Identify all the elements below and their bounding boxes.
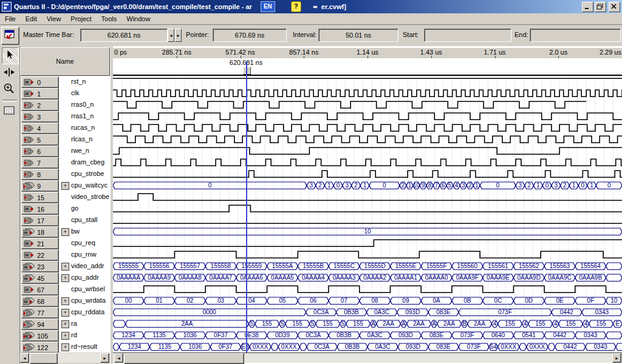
- signal-row[interactable]: 45+cpu_addr: [20, 272, 110, 283]
- signal-row[interactable]: 2rras0_n: [20, 99, 110, 110]
- signal-index-badge[interactable]: 1: [21, 88, 59, 99]
- signal-index-badge[interactable]: 68: [21, 295, 59, 307]
- signal-row[interactable]: 9+cpu_waitcyc: [20, 180, 110, 191]
- menu-tools[interactable]: Tools: [97, 14, 122, 24]
- minimize-button[interactable]: [582, 2, 593, 12]
- restore-button[interactable]: [595, 2, 606, 12]
- signal-row[interactable]: 22cpu_rnw: [20, 249, 110, 260]
- signal-index-badge[interactable]: 3: [21, 111, 59, 123]
- master-time-spin-right-icon[interactable]: ▸: [175, 29, 182, 42]
- signal-index-badge[interactable]: 21: [21, 238, 59, 249]
- ruler-label: 2.29 us: [600, 49, 621, 56]
- signal-row[interactable]: 0rst_n: [20, 76, 110, 87]
- signal-row[interactable]: 122+rd~result: [20, 341, 110, 352]
- menu-edit[interactable]: Edit: [21, 14, 42, 24]
- signal-row[interactable]: 3rras1_n: [20, 110, 110, 122]
- signal-row[interactable]: 18+bw: [20, 226, 110, 237]
- snap-to-transition-icon[interactable]: [2, 65, 18, 81]
- signal-index-badge[interactable]: 5: [21, 134, 59, 146]
- svg-text:073F: 073F: [460, 332, 474, 339]
- signal-row[interactable]: 8cpu_strobe: [20, 168, 110, 180]
- expand-icon[interactable]: +: [61, 228, 69, 236]
- start-field[interactable]: [424, 29, 511, 42]
- signal-index: 21: [37, 240, 44, 248]
- signal-index-badge[interactable]: 23: [21, 261, 59, 272]
- signal-index-badge[interactable]: 122: [21, 342, 59, 352]
- language-options-icon[interactable]: [312, 2, 318, 11]
- signal-row[interactable]: 4rucas_n: [20, 122, 110, 133]
- signal-row[interactable]: 21cpu_req: [20, 237, 110, 249]
- signal-row[interactable]: 23+video_addr: [20, 260, 110, 272]
- menu-window[interactable]: Window: [121, 14, 155, 24]
- signal-index-badge[interactable]: 105: [21, 330, 59, 342]
- selection-tool-button[interactable]: [2, 47, 19, 64]
- expand-icon[interactable]: +: [61, 182, 69, 190]
- expand-icon[interactable]: +: [61, 263, 69, 271]
- signal-index-badge[interactable]: 6: [21, 146, 59, 157]
- signal-row[interactable]: 77+cpu_rddata: [20, 306, 110, 318]
- signal-index-badge[interactable]: 4: [21, 123, 59, 134]
- scrollbar-thumb[interactable]: [30, 353, 58, 364]
- timeline-ruler[interactable]: 0 ps285.71 ns571.42 ns857.14 ns1.14 us1.…: [113, 47, 622, 59]
- expand-icon[interactable]: +: [61, 343, 69, 351]
- signal-index-badge[interactable]: 8: [21, 169, 59, 180]
- menu-file[interactable]: File: [0, 14, 21, 24]
- signal-index-badge[interactable]: 2: [21, 99, 59, 111]
- help-bubble-icon[interactable]: ?: [291, 1, 301, 12]
- signal-row[interactable]: 6rwe_n: [20, 145, 110, 157]
- signal-index-badge[interactable]: 22: [21, 249, 59, 261]
- menu-project[interactable]: Project: [66, 14, 96, 24]
- expand-icon[interactable]: +: [61, 320, 69, 328]
- signal-index-badge[interactable]: 67: [21, 284, 59, 295]
- close-button[interactable]: [609, 2, 620, 12]
- expand-icon[interactable]: +: [61, 274, 69, 282]
- signal-index: 2: [37, 102, 41, 109]
- master-time-bar-field[interactable]: 620.681 ns: [80, 29, 168, 42]
- signal-row[interactable]: 16go: [20, 203, 110, 214]
- signal-row[interactable]: 15video_strobe: [20, 191, 110, 203]
- signal-index-badge[interactable]: 45: [21, 272, 59, 284]
- wave-panel-scrollbar[interactable]: ◄ ►: [113, 353, 622, 363]
- signal-index-badge[interactable]: 94: [21, 318, 59, 330]
- signal-row[interactable]: 67cpu_wrbsel: [20, 283, 110, 295]
- signal-index-badge[interactable]: 0: [21, 76, 59, 88]
- waveform-canvas[interactable]: 0321032102110987654321032103210101015555…: [113, 76, 622, 352]
- report-window-button[interactable]: [1, 27, 19, 45]
- scroll-right-icon[interactable]: ►: [612, 353, 621, 363]
- expand-icon[interactable]: +: [61, 297, 69, 305]
- signal-index-badge[interactable]: 9: [21, 180, 59, 192]
- zoom-tool-icon[interactable]: [2, 81, 18, 97]
- bus-group-icon: [23, 309, 35, 317]
- signal-row[interactable]: 7dram_cbeg: [20, 157, 110, 168]
- svg-text:0AAAA5: 0AAAA5: [271, 274, 294, 281]
- end-field[interactable]: [530, 29, 621, 42]
- title-bar[interactable]: Quartus II - D:/d/pentevo/fpga/_ver0.00/…: [0, 0, 622, 13]
- full-screen-grid-icon[interactable]: [2, 103, 18, 119]
- expand-icon[interactable]: +: [61, 332, 69, 340]
- signal-row[interactable]: 94+ra: [20, 318, 110, 329]
- signal-index-badge[interactable]: 17: [21, 215, 59, 226]
- signal-row[interactable]: 1clk: [20, 87, 110, 99]
- signal-row[interactable]: 17cpu_stall: [20, 214, 110, 226]
- signal-row[interactable]: 105+rd: [20, 329, 110, 341]
- expand-icon[interactable]: +: [61, 309, 69, 317]
- ruler-label: 0 ps: [114, 49, 127, 56]
- name-panel-scrollbar[interactable]: ◄ ►: [20, 353, 110, 363]
- scroll-left-icon[interactable]: ◄: [20, 353, 29, 363]
- signal-name: rwe_n: [71, 147, 89, 154]
- signal-row[interactable]: 68+cpu_wrdata: [20, 295, 110, 306]
- scroll-right-icon[interactable]: ►: [100, 353, 109, 363]
- signal-index-badge[interactable]: 16: [21, 203, 59, 215]
- master-time-spin-left-icon[interactable]: ◂: [168, 29, 174, 42]
- language-badge[interactable]: EN: [261, 1, 275, 12]
- signal-index-badge[interactable]: 7: [21, 157, 59, 169]
- signal-index-badge[interactable]: 18: [21, 226, 59, 238]
- signal-row[interactable]: 5rlcas_n: [20, 133, 110, 145]
- time-cursor[interactable]: [246, 61, 247, 352]
- scrollbar-thumb[interactable]: [124, 353, 244, 364]
- signal-index-badge[interactable]: 77: [21, 307, 59, 318]
- menu-view[interactable]: View: [42, 14, 66, 24]
- master-time-band[interactable]: 620.681 ns: [113, 58, 622, 75]
- scroll-left-icon[interactable]: ◄: [114, 353, 123, 363]
- signal-index-badge[interactable]: 15: [21, 192, 59, 203]
